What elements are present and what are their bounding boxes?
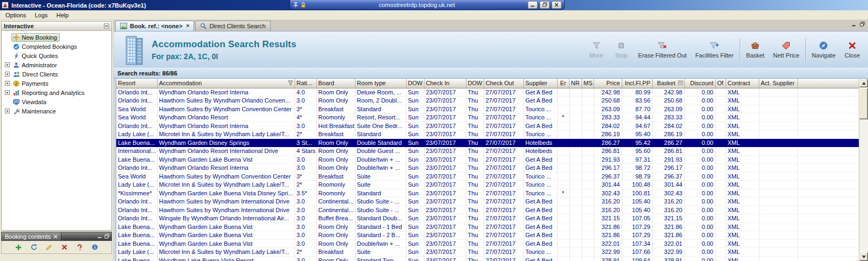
menu-help[interactable]: Help [52,11,73,20]
table-row[interactable]: Lake Buena...Wyndham Garden Lake Buena V… [116,155,859,164]
help-button[interactable] [74,243,84,252]
cell-dow: Sun [406,97,424,105]
expand-icon[interactable]: + [5,81,10,86]
nett-price-button[interactable]: Nett Price [769,37,803,63]
column-header-resort[interactable]: Resort [116,79,157,88]
column-header-ms[interactable]: MS [582,79,594,88]
rdp-minimize-button[interactable] [528,1,538,9]
column-header-nr[interactable]: NR [569,79,582,88]
tab-booking-contents[interactable]: Booking contents [2,232,61,240]
rdp-close-button[interactable] [552,1,561,9]
table-row[interactable]: Orlando Int...Hawthorn Suites By Wyndham… [116,97,859,105]
table-row[interactable]: Orlando Int...Hawthorn Suites by Wyndham… [116,198,859,206]
table-row[interactable]: Orlando Int...Wingate By Wyndham Orlando… [116,214,859,223]
column-header-accommodation[interactable]: Accommodation [157,79,295,88]
column-header-act-supplier[interactable]: Act. Supplier [759,79,797,88]
column-header-contract[interactable]: Contract [726,79,759,88]
panel-minimize-icon[interactable] [97,234,102,239]
sidebar-item-new-booking[interactable]: New Booking [2,33,111,42]
cell-er [557,231,569,240]
rdp-restore-button[interactable] [540,1,549,9]
sidebar-item-direct-clients[interactable]: +Direct Clients [2,69,111,79]
erase-filtered-out-button[interactable]: Erase Filtered Out [634,37,691,63]
cell-contract: XML [726,248,759,257]
basket-button[interactable]: Basket [742,37,769,63]
edit-button[interactable] [44,243,54,252]
tab-book-ref-none[interactable]: Book. ref.: <none>× [115,21,194,31]
info-button[interactable] [90,243,99,252]
sidebar-item-maintenance[interactable]: +Maintenance [2,106,111,116]
basket-sort-icon[interactable] [678,80,683,85]
close-tab-icon[interactable] [53,234,58,239]
facilities-filter-button[interactable]: Facilities Filter [691,37,738,63]
panel-minimize-icon[interactable] [852,22,856,27]
cell-act-supplier [759,164,797,173]
table-row[interactable]: International...Wyndham Orlando Resort I… [116,147,859,156]
column-header-basket[interactable]: Basket [652,79,684,88]
expand-icon[interactable]: + [5,62,10,67]
table-row[interactable]: Sea WorldWyndham Orlando Resort4*Roomonl… [116,113,859,122]
column-header-supplier[interactable]: Supplier [523,79,557,88]
cell-check-in: 23/07/2017 [424,181,466,189]
filter-funnel-icon[interactable] [288,80,294,86]
cell-discount: 0.00 [684,214,715,223]
column-header-price[interactable]: Price [594,79,622,88]
table-row[interactable]: Lady Lake (...Microtel Inn & Suites by W… [116,181,859,189]
sidebar-item-administrator[interactable]: +Administrator [2,60,111,69]
column-header-check-in[interactable]: Check In [424,79,466,88]
table-row[interactable]: Orlando Int...Hawthorn Suites by Wyndham… [116,206,859,214]
table-row[interactable]: Orlando Int...Wyndham Orlando Resort Int… [116,164,859,173]
sidebar-item-viewdata[interactable]: Viewdata [2,97,111,106]
cell-rati: 3.0 [295,222,316,231]
panel-restore-icon[interactable] [104,234,109,239]
pin-icon[interactable] [293,2,298,8]
column-header-of[interactable]: Of [715,79,726,88]
table-row[interactable]: Lady Lake (...Microtel Inn & Suites by W… [116,248,859,257]
navigate-button[interactable]: Navigate [808,37,840,63]
column-header-er[interactable]: Er [557,79,569,88]
table-row[interactable]: Lake Buena...Wyndham Garden Lake Buena V… [116,231,859,240]
vertical-scrollbar[interactable] [859,79,868,261]
table-row[interactable]: Lake Buena...Wyndham Lake Buena Vista Re… [116,256,859,261]
column-header-check-out[interactable]: Check Out [484,79,523,88]
scroll-up-button[interactable] [859,79,868,87]
table-row[interactable]: *Kissimmee*Wyndham Garden Lake Buena Vis… [116,189,859,198]
refresh-button[interactable] [29,243,39,252]
sidebar-item-completed-bookings[interactable]: Completed Bookings [2,42,111,51]
cell-dow: Sun [406,239,424,248]
table-row[interactable]: Lake Buena...Wyndham Garden Disney Sprin… [116,138,859,147]
table-row[interactable]: Sea WorldHawthorn Suites By Wyndham Conv… [116,105,859,113]
expand-icon[interactable]: + [5,72,10,77]
expand-icon[interactable]: + [5,109,10,113]
menu-logs[interactable]: Logs [30,11,52,20]
tab-direct-clients-search[interactable]: Direct Clients Search [195,21,270,31]
column-header-dow[interactable]: DOW [406,79,424,88]
column-header-rati[interactable]: Rati... [295,79,316,88]
collapse-panel-icon[interactable] [104,23,109,29]
scroll-thumb[interactable] [859,88,868,119]
scroll-down-button[interactable] [859,252,868,261]
close-button[interactable]: Close [840,37,865,63]
sidebar-item-label: Reporting and Analytics [22,90,85,96]
building-icon [122,35,145,66]
sidebar-item-payments[interactable]: +Payments [2,79,111,88]
tab-close-icon[interactable]: × [186,23,190,29]
column-header-board[interactable]: Board [316,79,355,88]
sidebar-item-reporting-and-analytics[interactable]: +Reporting and Analytics [2,88,111,97]
column-header-discount[interactable]: Discount [684,79,715,88]
table-row[interactable]: Sea WorldHawthorn Suites by Wyndham Conv… [116,172,859,181]
sidebar-item-quick-quotes[interactable]: Quick Quotes [2,51,111,60]
column-header-room-type[interactable]: Room type [355,79,406,88]
column-header-incl-fl-pp[interactable]: Incl.Fl.PP [622,79,652,88]
table-row[interactable]: Lady Lake (...Microtel Inn & Suites by W… [116,130,859,139]
table-row[interactable]: Lake Buena...Wyndham Garden Lake Buena V… [116,222,859,231]
add-button[interactable] [14,243,23,252]
expand-icon[interactable]: + [5,90,10,95]
table-row[interactable]: Orlando Int...Wyndham Orlando Resort Int… [116,88,859,97]
table-row[interactable]: Orlando Int...Wyndham Orlando Resort Int… [116,122,859,130]
table-row[interactable]: Lake Buena...Wyndham Garden Lake Buena V… [116,239,859,248]
menu-options[interactable]: Options [1,11,30,20]
column-header-dow[interactable]: DOW [466,79,484,88]
delete-button[interactable] [59,243,69,252]
panel-restore-icon[interactable] [860,22,865,27]
